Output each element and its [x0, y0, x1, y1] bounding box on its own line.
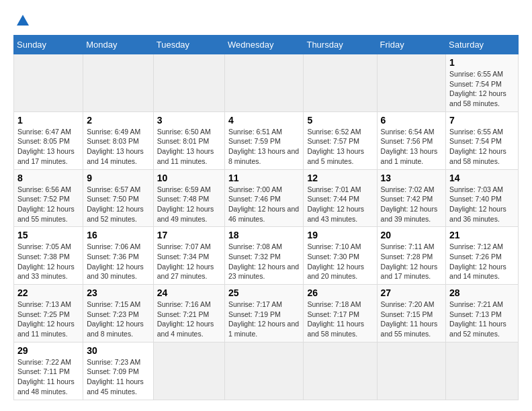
calendar-cell: 27Sunrise: 7:20 AMSunset: 7:15 PMDayligh… — [377, 285, 446, 342]
calendar-cell: 1Sunrise: 6:47 AMSunset: 8:05 PMDaylight… — [14, 111, 83, 169]
calendar-cell: 3Sunrise: 6:50 AMSunset: 8:01 PMDaylight… — [153, 111, 224, 169]
day-number: 8 — [17, 173, 79, 183]
calendar-header-row: SundayMondayTuesdayWednesdayThursdayFrid… — [14, 36, 519, 54]
day-info: Sunrise: 7:16 AMSunset: 7:21 PMDaylight:… — [157, 300, 214, 338]
day-info: Sunrise: 7:10 AMSunset: 7:30 PMDaylight:… — [307, 242, 364, 280]
day-number: 4 — [228, 115, 300, 126]
header-friday: Friday — [377, 36, 446, 54]
day-number: 6 — [381, 115, 443, 126]
day-info: Sunrise: 6:59 AMSunset: 7:48 PMDaylight:… — [157, 185, 214, 223]
calendar-cell — [446, 342, 519, 400]
day-number: 24 — [157, 287, 221, 298]
calendar-table: SundayMondayTuesdayWednesdayThursdayFrid… — [13, 35, 519, 400]
day-info: Sunrise: 6:57 AMSunset: 7:50 PMDaylight:… — [87, 185, 144, 223]
day-number: 27 — [381, 287, 443, 298]
day-info: Sunrise: 6:50 AMSunset: 8:01 PMDaylight:… — [157, 128, 214, 165]
day-number: 22 — [17, 287, 79, 298]
header-saturday: Saturday — [446, 36, 519, 54]
day-number: 5 — [307, 115, 373, 126]
header-thursday: Thursday — [304, 36, 377, 54]
header-wednesday: Wednesday — [225, 36, 304, 54]
calendar-cell: 9Sunrise: 6:57 AMSunset: 7:50 PMDaylight… — [83, 169, 153, 227]
calendar-cell: 18Sunrise: 7:08 AMSunset: 7:32 PMDayligh… — [225, 227, 304, 285]
calendar-cell: 12Sunrise: 7:01 AMSunset: 7:44 PMDayligh… — [304, 169, 377, 227]
calendar-cell: 20Sunrise: 7:11 AMSunset: 7:28 PMDayligh… — [377, 227, 446, 285]
day-number: 15 — [17, 230, 79, 240]
calendar-cell: 6Sunrise: 6:54 AMSunset: 7:56 PMDaylight… — [377, 111, 446, 169]
day-info: Sunrise: 7:07 AMSunset: 7:34 PMDaylight:… — [157, 242, 214, 280]
calendar-cell: 16Sunrise: 7:06 AMSunset: 7:36 PMDayligh… — [83, 227, 153, 285]
day-info: Sunrise: 7:08 AMSunset: 7:32 PMDaylight:… — [228, 242, 299, 280]
day-info: Sunrise: 7:22 AMSunset: 7:11 PMDaylight:… — [17, 358, 75, 396]
day-number: 29 — [17, 345, 79, 356]
day-info: Sunrise: 6:52 AMSunset: 7:57 PMDaylight:… — [307, 128, 364, 165]
calendar-cell: 30Sunrise: 7:23 AMSunset: 7:09 PMDayligh… — [83, 342, 153, 400]
calendar-cell — [14, 54, 83, 112]
day-number: 30 — [87, 345, 149, 356]
calendar-cell: 4Sunrise: 6:51 AMSunset: 7:59 PMDaylight… — [225, 111, 304, 169]
day-info: Sunrise: 7:00 AMSunset: 7:46 PMDaylight:… — [228, 185, 299, 223]
calendar-cell: 19Sunrise: 7:10 AMSunset: 7:30 PMDayligh… — [304, 227, 377, 285]
day-info: Sunrise: 6:51 AMSunset: 7:59 PMDaylight:… — [228, 128, 299, 165]
day-number: 14 — [449, 173, 515, 183]
day-number: 12 — [307, 173, 373, 183]
calendar-cell — [377, 54, 446, 112]
day-info: Sunrise: 6:49 AMSunset: 8:03 PMDaylight:… — [87, 128, 144, 165]
calendar-cell — [225, 342, 304, 400]
logo-icon — [15, 13, 30, 28]
day-number: 21 — [449, 230, 515, 240]
calendar-cell: 13Sunrise: 7:02 AMSunset: 7:42 PMDayligh… — [377, 169, 446, 227]
header-monday: Monday — [83, 36, 153, 54]
day-number: 26 — [307, 287, 373, 298]
calendar-cell — [153, 342, 224, 400]
day-info: Sunrise: 6:55 AMSunset: 7:54 PMDaylight:… — [449, 128, 506, 165]
day-info: Sunrise: 7:12 AMSunset: 7:26 PMDaylight:… — [449, 242, 506, 280]
calendar-cell: 23Sunrise: 7:15 AMSunset: 7:23 PMDayligh… — [83, 285, 153, 342]
day-number: 18 — [228, 230, 300, 240]
day-info: Sunrise: 7:18 AMSunset: 7:17 PMDaylight:… — [307, 300, 364, 338]
day-info: Sunrise: 7:11 AMSunset: 7:28 PMDaylight:… — [381, 242, 438, 280]
day-info: Sunrise: 7:17 AMSunset: 7:19 PMDaylight:… — [228, 300, 299, 338]
calendar-cell — [377, 342, 446, 400]
calendar-cell: 26Sunrise: 7:18 AMSunset: 7:17 PMDayligh… — [304, 285, 377, 342]
day-number: 23 — [87, 287, 149, 298]
calendar-cell: 14Sunrise: 7:03 AMSunset: 7:40 PMDayligh… — [446, 169, 519, 227]
week-row-5: 29Sunrise: 7:22 AMSunset: 7:11 PMDayligh… — [14, 342, 519, 400]
day-number: 7 — [449, 115, 515, 126]
day-info: Sunrise: 7:05 AMSunset: 7:38 PMDaylight:… — [17, 242, 75, 280]
calendar-cell: 17Sunrise: 7:07 AMSunset: 7:34 PMDayligh… — [153, 227, 224, 285]
day-number: 3 — [157, 115, 221, 126]
day-info: Sunrise: 7:21 AMSunset: 7:13 PMDaylight:… — [449, 300, 506, 338]
calendar-cell — [304, 342, 377, 400]
day-info: Sunrise: 7:13 AMSunset: 7:25 PMDaylight:… — [17, 300, 75, 338]
calendar-cell — [225, 54, 304, 112]
calendar-cell: 1Sunrise: 6:55 AMSunset: 7:54 PMDaylight… — [446, 54, 519, 112]
day-info: Sunrise: 7:01 AMSunset: 7:44 PMDaylight:… — [307, 185, 364, 223]
day-number: 28 — [449, 287, 515, 298]
day-info: Sunrise: 7:02 AMSunset: 7:42 PMDaylight:… — [381, 185, 438, 223]
svg-marker-0 — [17, 15, 29, 26]
calendar-cell — [304, 54, 377, 112]
day-number: 17 — [157, 230, 221, 240]
week-row-3: 15Sunrise: 7:05 AMSunset: 7:38 PMDayligh… — [14, 227, 519, 285]
calendar-cell: 2Sunrise: 6:49 AMSunset: 8:03 PMDaylight… — [83, 111, 153, 169]
day-number: 25 — [228, 287, 300, 298]
day-number: 11 — [228, 173, 300, 183]
calendar-cell: 22Sunrise: 7:13 AMSunset: 7:25 PMDayligh… — [14, 285, 83, 342]
day-info: Sunrise: 7:03 AMSunset: 7:40 PMDaylight:… — [449, 185, 506, 223]
calendar-cell: 21Sunrise: 7:12 AMSunset: 7:26 PMDayligh… — [446, 227, 519, 285]
day-number: 2 — [87, 115, 149, 126]
calendar-cell: 25Sunrise: 7:17 AMSunset: 7:19 PMDayligh… — [225, 285, 304, 342]
week-row-0: 1Sunrise: 6:55 AMSunset: 7:54 PMDaylight… — [14, 54, 519, 112]
calendar-cell: 24Sunrise: 7:16 AMSunset: 7:21 PMDayligh… — [153, 285, 224, 342]
header-sunday: Sunday — [14, 36, 83, 54]
page-header — [13, 13, 519, 28]
calendar-cell: 15Sunrise: 7:05 AMSunset: 7:38 PMDayligh… — [14, 227, 83, 285]
day-number: 9 — [87, 173, 149, 183]
day-info: Sunrise: 6:47 AMSunset: 8:05 PMDaylight:… — [17, 128, 75, 165]
logo — [13, 13, 30, 28]
calendar-cell: 10Sunrise: 6:59 AMSunset: 7:48 PMDayligh… — [153, 169, 224, 227]
calendar-cell: 5Sunrise: 6:52 AMSunset: 7:57 PMDaylight… — [304, 111, 377, 169]
day-info: Sunrise: 6:55 AMSunset: 7:54 PMDaylight:… — [449, 70, 506, 107]
day-info: Sunrise: 6:54 AMSunset: 7:56 PMDaylight:… — [381, 128, 438, 165]
